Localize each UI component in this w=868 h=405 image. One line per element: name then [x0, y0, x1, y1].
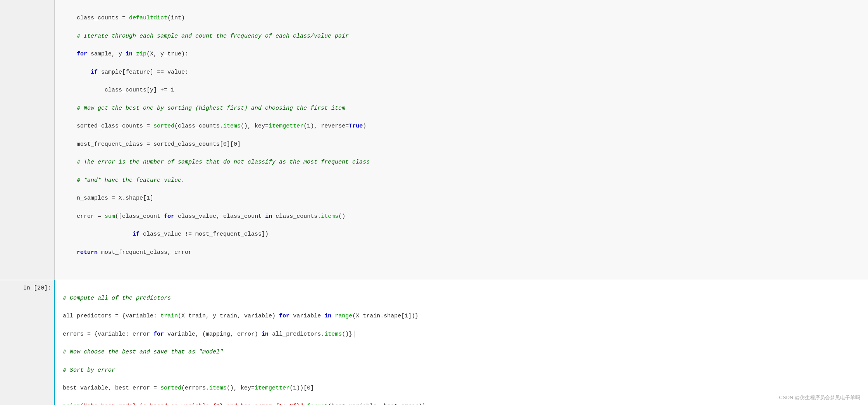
cell-prev-label [0, 0, 54, 280]
cell-prev-content[interactable]: class_counts = defaultdict(int) # Iterat… [54, 0, 868, 280]
cell-in20-label: In [20]: [0, 280, 54, 405]
cell-in20-content[interactable]: # Compute all of the predictors all_pred… [54, 280, 868, 405]
watermark-text: CSDN @仿生程序员会梦见电子羊吗 [779, 394, 860, 401]
notebook: class_counts = defaultdict(int) # Iterat… [0, 0, 868, 405]
cell-in20: In [20]: # Compute all of the predictors… [0, 280, 868, 405]
cell-prev: class_counts = defaultdict(int) # Iterat… [0, 0, 868, 280]
